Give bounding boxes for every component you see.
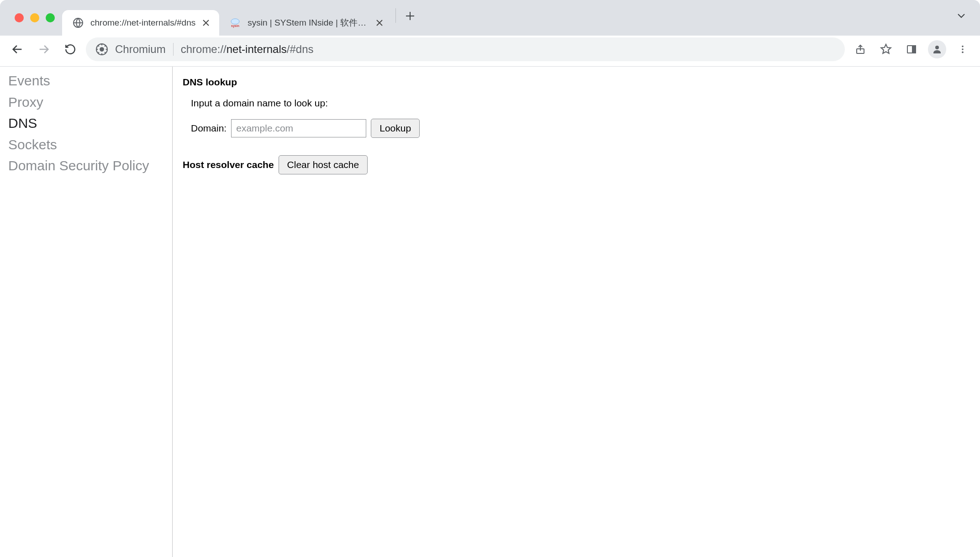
omnibox-chip: Chromium bbox=[115, 43, 174, 56]
window-minimize-button[interactable] bbox=[30, 13, 39, 22]
host-cache-heading: Host resolver cache bbox=[183, 159, 274, 170]
window-close-button[interactable] bbox=[15, 13, 24, 22]
sysin-favicon: sysin bbox=[229, 17, 241, 29]
host-resolver-cache-row: Host resolver cache Clear host cache bbox=[183, 155, 980, 174]
svg-rect-7 bbox=[912, 46, 916, 53]
browser-chrome: chrome://net-internals/#dns sysin sysin … bbox=[0, 0, 980, 36]
toolbar: Chromium chrome://net-internals/#dns bbox=[0, 36, 980, 67]
window-maximize-button[interactable] bbox=[46, 13, 55, 22]
toolbar-actions bbox=[849, 38, 974, 60]
tab-net-internals[interactable]: chrome://net-internals/#dns bbox=[62, 10, 219, 36]
globe-icon bbox=[72, 17, 84, 29]
sidebar-item-proxy[interactable]: Proxy bbox=[8, 92, 172, 113]
domain-field-label: Domain: bbox=[191, 123, 227, 134]
forward-button[interactable] bbox=[33, 38, 55, 60]
omnibox-url: chrome://net-internals/#dns bbox=[181, 43, 314, 56]
page-content: Events Proxy DNS Sockets Domain Security… bbox=[0, 67, 980, 557]
svg-text:sysin: sysin bbox=[231, 24, 239, 28]
sidebar-item-events[interactable]: Events bbox=[8, 70, 172, 92]
svg-point-9 bbox=[962, 45, 964, 47]
svg-point-8 bbox=[935, 46, 939, 49]
main-panel: DNS lookup Input a domain name to look u… bbox=[173, 67, 980, 557]
svg-point-10 bbox=[962, 48, 964, 50]
close-icon[interactable] bbox=[375, 19, 384, 27]
side-panel-icon[interactable] bbox=[901, 38, 922, 60]
tab-separator bbox=[395, 8, 396, 23]
new-tab-button[interactable] bbox=[400, 6, 420, 26]
profile-avatar[interactable] bbox=[926, 38, 948, 60]
tab-sysin[interactable]: sysin sysin | SYStem INside | 软件与技 bbox=[219, 10, 393, 36]
reload-button[interactable] bbox=[59, 38, 81, 60]
svg-point-4 bbox=[100, 47, 104, 52]
domain-input[interactable] bbox=[231, 119, 366, 137]
lookup-button[interactable]: Lookup bbox=[371, 119, 420, 138]
tab-title: chrome://net-internals/#dns bbox=[90, 18, 195, 28]
address-bar[interactable]: Chromium chrome://net-internals/#dns bbox=[86, 37, 845, 61]
dns-lookup-hint: Input a domain name to look up: bbox=[191, 98, 980, 109]
tab-title: sysin | SYStem INside | 软件与技 bbox=[248, 17, 369, 29]
sidebar-item-sockets[interactable]: Sockets bbox=[8, 134, 172, 156]
site-info-icon[interactable] bbox=[96, 43, 108, 55]
kebab-menu-icon[interactable] bbox=[952, 38, 974, 60]
sidebar-item-dns[interactable]: DNS bbox=[8, 113, 172, 134]
bookmark-star-icon[interactable] bbox=[875, 38, 897, 60]
dns-lookup-heading: DNS lookup bbox=[183, 77, 980, 88]
tab-strip: chrome://net-internals/#dns sysin sysin … bbox=[0, 0, 980, 36]
clear-host-cache-button[interactable]: Clear host cache bbox=[279, 155, 368, 174]
share-icon[interactable] bbox=[849, 38, 871, 60]
svg-point-1 bbox=[231, 19, 239, 24]
tab-list-dropdown[interactable] bbox=[952, 11, 975, 25]
sidebar: Events Proxy DNS Sockets Domain Security… bbox=[0, 67, 173, 557]
window-controls bbox=[5, 0, 62, 36]
sidebar-item-domain-security-policy[interactable]: Domain Security Policy bbox=[8, 155, 172, 177]
close-icon[interactable] bbox=[202, 19, 210, 27]
dns-lookup-form: Domain: Lookup bbox=[191, 119, 980, 138]
back-button[interactable] bbox=[6, 38, 28, 60]
svg-point-11 bbox=[962, 51, 964, 53]
